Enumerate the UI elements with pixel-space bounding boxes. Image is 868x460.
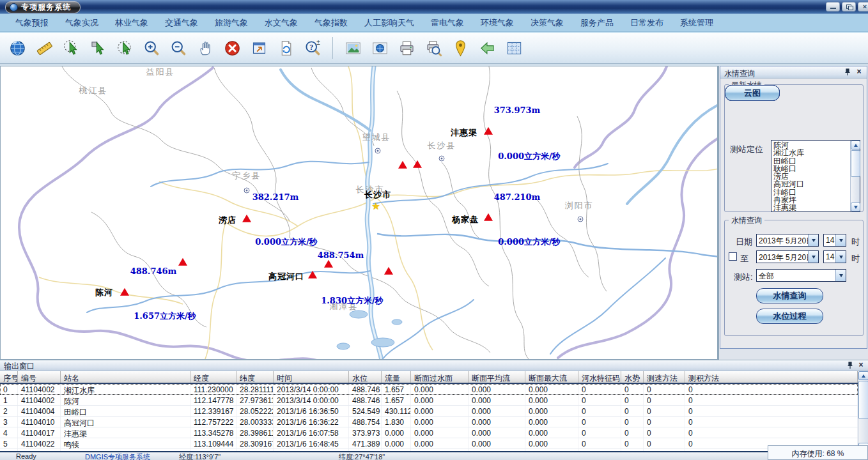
station-marker-icon[interactable]: [308, 271, 317, 279]
select-circle-tool-button[interactable]: [115, 38, 134, 58]
column-header[interactable]: 序号: [0, 371, 18, 383]
table-cell: 113.345278: [190, 427, 236, 438]
restore-button[interactable]: [842, 2, 856, 12]
menu-item[interactable]: 旅游气象: [207, 15, 256, 31]
back-tool-button[interactable]: [477, 38, 497, 58]
menu-item[interactable]: 决策气象: [523, 15, 571, 31]
minimize-button[interactable]: [826, 2, 840, 12]
column-header[interactable]: 水势: [621, 371, 644, 383]
menu-item[interactable]: 日常发布: [623, 15, 671, 31]
column-header[interactable]: 站名: [61, 371, 190, 383]
measure-tool-button[interactable]: [35, 38, 54, 58]
output-close-icon[interactable]: ×: [857, 360, 865, 369]
grid-map-tool-button[interactable]: [504, 38, 523, 58]
world-image-tool-button[interactable]: [370, 38, 389, 58]
table-row[interactable]: 141104002陈河112.14777827.9736112013/3/14 …: [0, 395, 858, 406]
panel-pin-icon[interactable]: [844, 68, 851, 76]
print-preview-tool-button[interactable]: [424, 38, 443, 58]
latest-group-button[interactable]: 云图: [725, 85, 780, 101]
scroll-up-button[interactable]: [851, 141, 860, 150]
globe-tool-button[interactable]: [8, 38, 27, 58]
column-header[interactable]: 纬度: [236, 371, 274, 383]
map-canvas[interactable]: 益阳县桃江县宁乡县望城县长沙县长沙市浏阳市湘潭县沣惠渠长沙市杨家盘涝店高冠河口陈…: [0, 66, 718, 360]
station-marker-icon[interactable]: [178, 258, 187, 266]
output-pin-icon[interactable]: [846, 362, 854, 369]
column-header[interactable]: 断面平均流: [469, 371, 525, 383]
station-select[interactable]: 全部: [756, 269, 846, 282]
app-tab[interactable]: 专项服务系统: [5, 1, 81, 13]
station-marker-icon[interactable]: [324, 260, 333, 268]
station-marker-icon[interactable]: [398, 161, 407, 169]
table-scrollbar[interactable]: [858, 371, 868, 452]
chevron-down-icon[interactable]: [808, 234, 818, 246]
column-header[interactable]: 测速方法: [644, 371, 685, 383]
station-marker-icon[interactable]: [413, 160, 422, 168]
to-date-select[interactable]: 2013年 5月20日: [756, 250, 819, 263]
station-list-item[interactable]: 沣惠渠: [772, 204, 849, 211]
menu-item[interactable]: 气象实况: [58, 15, 106, 31]
menu-item[interactable]: 林业气象: [107, 15, 156, 31]
table-row[interactable]: 241104004田峪口112.33916728.0522222013/1/6 …: [0, 406, 858, 417]
station-marker-icon[interactable]: [484, 127, 493, 135]
table-row[interactable]: 041104002湘江水库111.23000028.2811112013/3/1…: [0, 384, 858, 395]
chevron-down-icon[interactable]: [808, 251, 818, 263]
menu-item[interactable]: 服务产品: [573, 15, 621, 31]
zoom-in-tool-button[interactable]: [142, 38, 161, 58]
column-header[interactable]: 编号: [18, 371, 61, 383]
to-date-checkbox[interactable]: [729, 252, 737, 261]
table-row[interactable]: 541104022鸣犊113.10944428.3091672013/1/6 1…: [0, 438, 858, 449]
to-hour-select[interactable]: 14: [823, 250, 846, 263]
column-header[interactable]: 断面过水面: [411, 371, 469, 383]
column-header[interactable]: 测积方法: [685, 371, 858, 383]
column-header[interactable]: 流量: [382, 371, 411, 383]
menu-item[interactable]: 气象预报: [8, 15, 56, 31]
scroll-thumb[interactable]: [851, 150, 860, 177]
print-tool-button[interactable]: [397, 38, 416, 58]
menu-item[interactable]: 雷电气象: [423, 15, 472, 31]
table-row[interactable]: 341104010高冠河口112.75722228.0033332013/1/6…: [0, 417, 858, 427]
menu-item[interactable]: 人工影响天气: [357, 15, 422, 31]
select-feature-tool-button[interactable]: [61, 38, 81, 58]
from-hour-select[interactable]: 14: [823, 234, 846, 247]
column-header[interactable]: 河水特征码: [578, 371, 621, 383]
stop-tool-button[interactable]: [222, 38, 242, 58]
chevron-down-icon[interactable]: [835, 251, 846, 263]
menu-item[interactable]: 气象指数: [307, 15, 355, 31]
refresh-tool-button[interactable]: [276, 38, 295, 58]
chevron-down-icon[interactable]: [835, 270, 846, 281]
location-pin-tool-button[interactable]: [451, 38, 470, 58]
station-locator-list[interactable]: 陈河湘江水库田峪口耿峪口涝店高冠河口沣峪口冉家坪沣惠渠: [771, 140, 860, 212]
station-marker-icon[interactable]: [242, 215, 251, 222]
water-query-button[interactable]: 水情查询: [756, 288, 823, 303]
menu-item[interactable]: 环境气象: [473, 15, 522, 31]
menu-item[interactable]: 系统管理: [672, 15, 721, 31]
menu-item[interactable]: 交通气象: [157, 15, 206, 31]
zoom-out-tool-button[interactable]: [169, 38, 188, 58]
station-list-scrollbar[interactable]: [850, 141, 860, 211]
select-tool-button[interactable]: [88, 38, 107, 58]
station-marker-icon[interactable]: [484, 213, 493, 221]
identify-tool-button[interactable]: [303, 38, 322, 58]
column-header[interactable]: 断面最大流: [525, 371, 578, 383]
station-list-item[interactable]: 湘江水库: [772, 149, 849, 157]
table-row[interactable]: 441104017沣惠渠113.34527828.3986112013/1/6 …: [0, 427, 858, 438]
water-level-process-button[interactable]: 水位过程: [756, 309, 823, 324]
station-list-item[interactable]: 高冠河口: [772, 180, 849, 188]
chevron-down-icon[interactable]: [835, 234, 846, 246]
menu-item[interactable]: 水文气象: [257, 15, 306, 31]
window-tool-button[interactable]: [249, 38, 268, 58]
close-button[interactable]: ×: [858, 2, 868, 12]
scroll-up-button[interactable]: [858, 371, 868, 380]
station-marker-icon[interactable]: [384, 267, 393, 275]
table-cell: 0: [685, 427, 858, 438]
column-header[interactable]: 经度: [190, 371, 236, 383]
panel-close-icon[interactable]: ×: [855, 67, 863, 76]
station-marker-icon[interactable]: [120, 288, 129, 296]
pan-tool-button[interactable]: [196, 38, 215, 58]
column-header[interactable]: 时间: [274, 371, 349, 383]
image-tool-button[interactable]: [343, 38, 362, 58]
scroll-down-button[interactable]: [851, 203, 860, 211]
column-header[interactable]: 水位: [349, 371, 382, 383]
scroll-thumb[interactable]: [858, 381, 868, 419]
from-date-select[interactable]: 2013年 5月20日: [756, 234, 819, 247]
